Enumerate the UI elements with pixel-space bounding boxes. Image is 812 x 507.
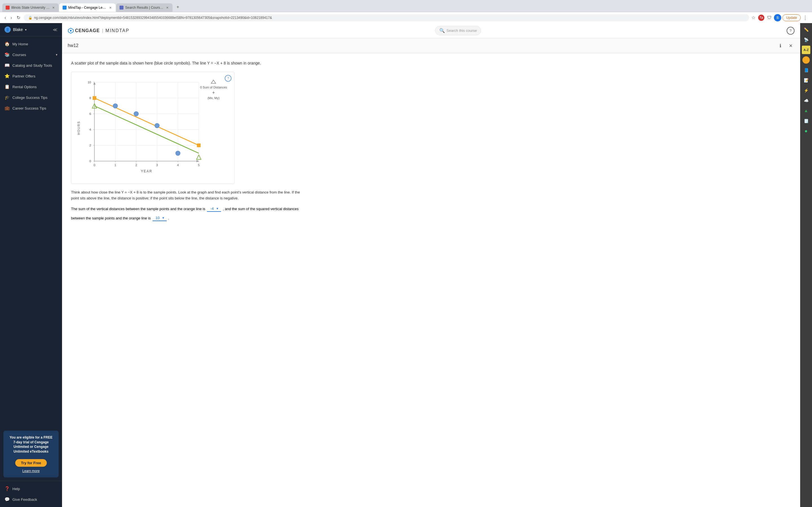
tab-favicon-2 bbox=[63, 6, 66, 10]
menu-icon[interactable]: ⋮ bbox=[802, 15, 808, 20]
sidebar-username: Blake bbox=[13, 27, 23, 32]
answer1-arrow-icon: ▼ bbox=[216, 207, 219, 210]
svg-text:0: 0 bbox=[89, 159, 91, 163]
tab-coursehero[interactable]: Search Results | Course Hero ✕ bbox=[116, 3, 172, 12]
right-sidebar: ✏️ 📡 A-Z 📘 📝 ⚡ ☁️ ▲ 🗒️ ● bbox=[800, 23, 812, 507]
sidebar-header: 👤 Blake ▾ ≪ bbox=[0, 23, 62, 36]
ext-icon-2[interactable]: 🛡 bbox=[767, 15, 772, 20]
promo-title: You are eligible for a FREE 7-day trial … bbox=[8, 435, 54, 454]
answer1-value: -4 bbox=[209, 206, 215, 211]
logo-cengage-text: CENGAGE bbox=[75, 28, 100, 33]
toolbar-icons: Tp 🛡 B Update ⋮ bbox=[758, 14, 809, 21]
profile-icon[interactable]: B bbox=[774, 14, 781, 21]
svg-text:2: 2 bbox=[135, 163, 137, 167]
try-for-free-button[interactable]: Try for Free bbox=[15, 459, 47, 467]
svg-text:10: 10 bbox=[88, 80, 91, 84]
svg-text:6: 6 bbox=[89, 112, 91, 115]
sidebar: 👤 Blake ▾ ≪ 🏠 My Home 📚 Courses ▾ 📖 Cata… bbox=[0, 23, 62, 507]
help-icon: ❓ bbox=[4, 486, 10, 491]
answer1-dropdown[interactable]: -4 ▼ bbox=[207, 206, 221, 212]
new-tab-button[interactable]: + bbox=[173, 2, 183, 12]
tab-label-2: MindTap - Cengage Learning bbox=[68, 6, 107, 10]
answer2-dropdown[interactable]: 10 ▼ bbox=[153, 215, 167, 221]
answer-row-2: between the sample points and the orange… bbox=[71, 215, 307, 221]
nav-label-college: College Success Tips bbox=[12, 96, 47, 100]
sidebar-promo: You are eligible for a FREE 7-day trial … bbox=[3, 431, 59, 477]
sidebar-item-partner-offers[interactable]: ⭐ Partner Offers bbox=[0, 71, 62, 81]
url-text: ng.cengage.com/static/nb/ui/evo/index.ht… bbox=[34, 16, 745, 20]
nav-label-catalog: Catalog and Study Tools bbox=[12, 63, 52, 68]
sidebar-item-courses[interactable]: 📚 Courses ▾ bbox=[0, 49, 62, 60]
right-icon-drive[interactable]: ▲ bbox=[802, 107, 810, 115]
right-icon-lightning[interactable]: ⚡ bbox=[802, 86, 810, 95]
chart-area: HOURS 0 Sum of Distances + (Mx, My) bbox=[76, 76, 230, 179]
svg-text:0: 0 bbox=[94, 163, 95, 167]
sidebar-item-career-tips[interactable]: 💼 Career Success Tips bbox=[0, 103, 62, 114]
right-icon-notes[interactable]: 📝 bbox=[802, 76, 810, 84]
sidebar-item-my-home[interactable]: 🏠 My Home bbox=[0, 39, 62, 49]
ext-icon-1[interactable]: Tp bbox=[758, 15, 764, 21]
svg-line-39 bbox=[94, 98, 199, 145]
right-icon-orange[interactable] bbox=[802, 56, 810, 64]
url-bar[interactable]: 🔒 ng.cengage.com/static/nb/ui/evo/index.… bbox=[24, 14, 749, 21]
data-point-3 bbox=[155, 123, 159, 128]
sidebar-item-help[interactable]: ❓ Help bbox=[0, 483, 62, 494]
answer2-suffix: . bbox=[168, 216, 169, 220]
svg-point-1 bbox=[70, 30, 71, 32]
nav-label-courses: Courses bbox=[12, 53, 26, 57]
reload-button[interactable]: ↻ bbox=[15, 14, 21, 21]
tab-label-3: Search Results | Course Hero bbox=[125, 6, 164, 10]
header-help-button[interactable]: ? bbox=[786, 27, 795, 35]
app-layout: 👤 Blake ▾ ≪ 🏠 My Home 📚 Courses ▾ 📖 Cata… bbox=[0, 23, 812, 507]
mindtap-header: CENGAGE | MINDTAP 🔍 Search this course ? bbox=[62, 23, 800, 38]
learn-more-link[interactable]: Learn more bbox=[22, 469, 40, 473]
right-icon-notebook[interactable]: 📘 bbox=[802, 66, 810, 74]
content-wrapper: A scatter plot of the sample data is sho… bbox=[62, 53, 800, 507]
right-icon-az[interactable]: A-Z bbox=[802, 46, 810, 54]
sidebar-item-feedback[interactable]: 💬 Give Feedback bbox=[0, 494, 62, 505]
search-placeholder: Search this course bbox=[447, 29, 477, 33]
content-body: A scatter plot of the sample data is sho… bbox=[62, 53, 316, 228]
chart-svg: 0 2 4 6 8 10 bbox=[80, 76, 216, 178]
data-point-2 bbox=[134, 112, 139, 116]
hw-close-button[interactable]: ✕ bbox=[786, 42, 795, 50]
tab-close-1[interactable]: ✕ bbox=[52, 6, 55, 10]
right-icon-doc[interactable]: 🗒️ bbox=[802, 117, 810, 125]
sidebar-item-college-tips[interactable]: 🎓 College Success Tips bbox=[0, 92, 62, 103]
sidebar-item-rental-options[interactable]: 📋 Rental Options bbox=[0, 81, 62, 92]
tab-mindtap[interactable]: MindTap - Cengage Learning ✕ bbox=[59, 3, 116, 12]
tab-close-2[interactable]: ✕ bbox=[109, 6, 112, 10]
courses-icon: 📚 bbox=[4, 52, 10, 57]
answer1-suffix: , and the sum of the squared vertical di… bbox=[223, 207, 299, 211]
mindtap-logo: CENGAGE | MINDTAP bbox=[68, 27, 130, 34]
bookmark-icon[interactable]: ☆ bbox=[751, 15, 755, 20]
square-point-1 bbox=[93, 96, 96, 100]
right-icon-cloud[interactable]: ☁️ bbox=[802, 96, 810, 105]
hw-info-button[interactable]: ℹ bbox=[776, 42, 784, 50]
header-search[interactable]: 🔍 Search this course bbox=[435, 26, 481, 35]
partner-icon: ⭐ bbox=[4, 73, 10, 78]
update-button[interactable]: Update bbox=[782, 14, 801, 21]
tab-illinois[interactable]: Illinois State University : SOC... ✕ bbox=[2, 3, 59, 12]
logo-mindtap-text: MINDTAP bbox=[105, 28, 130, 33]
sidebar-collapse-button[interactable]: ≪ bbox=[53, 27, 57, 33]
career-icon: 💼 bbox=[4, 106, 10, 111]
svg-text:8: 8 bbox=[89, 96, 91, 100]
right-icon-pencil[interactable]: ✏️ bbox=[802, 25, 810, 34]
user-dropdown-icon: ▾ bbox=[25, 28, 27, 31]
cengage-logo-icon bbox=[68, 27, 74, 34]
nav-label-rental: Rental Options bbox=[12, 85, 37, 89]
svg-text:4: 4 bbox=[89, 128, 91, 131]
nav-label-career: Career Success Tips bbox=[12, 106, 46, 110]
back-button[interactable]: ‹ bbox=[3, 14, 7, 21]
tab-close-3[interactable]: ✕ bbox=[165, 6, 169, 10]
right-icon-circle[interactable]: ● bbox=[802, 127, 810, 135]
nav-label-feedback: Give Feedback bbox=[12, 497, 37, 502]
svg-text:2: 2 bbox=[89, 144, 91, 147]
sidebar-user[interactable]: 👤 Blake ▾ bbox=[4, 26, 27, 33]
sidebar-item-catalog[interactable]: 📖 Catalog and Study Tools bbox=[0, 60, 62, 71]
svg-text:1: 1 bbox=[114, 163, 116, 167]
legend-coord-label: (Mx, My) bbox=[200, 96, 227, 100]
right-icon-rss[interactable]: 📡 bbox=[802, 36, 810, 44]
forward-button[interactable]: › bbox=[9, 14, 13, 21]
